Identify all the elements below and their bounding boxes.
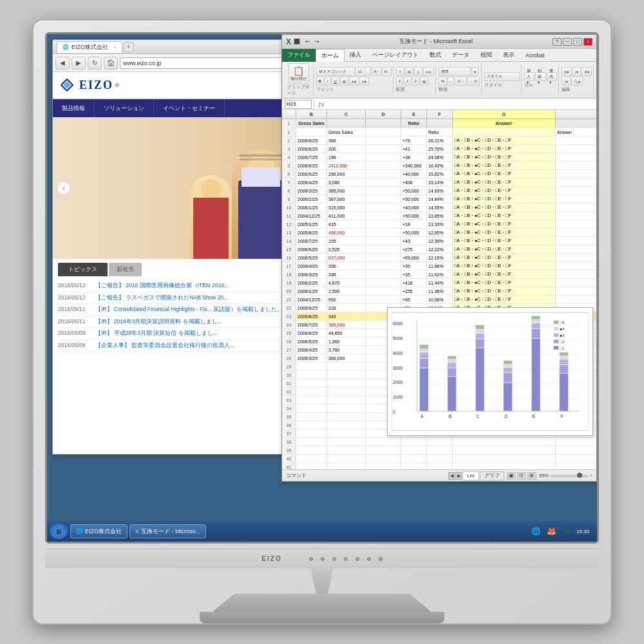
- cell[interactable]: +18: [401, 220, 427, 228]
- ribbon-tab-layout[interactable]: ページレイアウト: [367, 49, 424, 61]
- cell[interactable]: 2,500: [327, 287, 366, 295]
- cell[interactable]: Ratio: [427, 128, 453, 136]
- cell[interactable]: 385,000: [327, 321, 366, 328]
- sum-button[interactable]: Σ▾: [562, 67, 571, 76]
- cell[interactable]: +69,000: [401, 254, 427, 261]
- cell[interactable]: [327, 446, 366, 454]
- news-link-2[interactable]: 【ご報告】 ラスベガスで開催されたNAB Show 20...: [95, 294, 228, 303]
- taskbar-browser-btn[interactable]: 🌐EIZO株式会社: [70, 524, 128, 538]
- border-button[interactable]: ⊞: [340, 77, 348, 86]
- cell[interactable]: [366, 195, 401, 203]
- cell[interactable]: □A・□B・●C・□D・□E・□F: [453, 162, 556, 169]
- cell[interactable]: □A・□B・●C・□D・□E・□F: [453, 229, 556, 236]
- cell[interactable]: □A・□B・●C・□D・□E・□F: [453, 178, 556, 186]
- cell[interactable]: 3,780: [327, 346, 366, 354]
- cell[interactable]: 200: [327, 145, 366, 153]
- styles-button[interactable]: スタイル: [484, 72, 520, 81]
- prev-sheet-button[interactable]: ◀: [448, 472, 455, 480]
- start-button[interactable]: ⊞: [50, 524, 68, 539]
- cell[interactable]: [296, 388, 327, 395]
- align-middle-button[interactable]: ⊟: [405, 67, 413, 76]
- cell[interactable]: [366, 137, 401, 144]
- cell[interactable]: 2410,000: [327, 162, 366, 169]
- cell[interactable]: 155: [327, 237, 366, 245]
- cell[interactable]: 2006/1/25: [296, 287, 327, 295]
- help-button[interactable]: ?: [553, 38, 562, 46]
- news-link-3[interactable]: 【IR】 Consolidated Financial Highlights -…: [95, 305, 297, 314]
- forward-button[interactable]: ▶: [71, 57, 86, 70]
- cell[interactable]: □A・□B・●C・□D・□E・□F: [453, 195, 556, 203]
- cell[interactable]: Answer: [556, 128, 574, 136]
- cell[interactable]: [366, 237, 401, 245]
- cell[interactable]: [366, 279, 401, 287]
- cell[interactable]: [296, 446, 327, 454]
- hero-prev-arrow[interactable]: ‹: [57, 181, 71, 195]
- underline-button[interactable]: U: [332, 77, 339, 86]
- cell[interactable]: 385,000: [327, 187, 366, 194]
- ribbon-tab-insert[interactable]: 挿入: [345, 49, 367, 61]
- news-link-6[interactable]: 【企業人事】 監査等委員会設置会社移行後の役員人...: [95, 341, 234, 350]
- cell[interactable]: 2006/2/25: [296, 195, 327, 203]
- news-link-1[interactable]: 【ご報告】 2016 国際医用画像総合展（ITEM 2016...: [95, 281, 229, 290]
- excel-minimize-button[interactable]: ─: [563, 38, 572, 46]
- cell[interactable]: [296, 128, 327, 136]
- cell[interactable]: 2006/6/25: [296, 245, 327, 253]
- align-bottom-button[interactable]: ⊥: [414, 67, 422, 76]
- percent-button[interactable]: %: [439, 77, 447, 86]
- cell[interactable]: 2006/4/25: [296, 346, 327, 354]
- zoom-in-button[interactable]: +: [590, 473, 592, 478]
- cell[interactable]: □A・□B・●C・□D・□E・□F: [453, 212, 556, 220]
- monitor-button-3[interactable]: [332, 557, 336, 561]
- cell[interactable]: 2006/7/25: [296, 321, 327, 328]
- paste-button[interactable]: 📋 貼り付け: [289, 63, 309, 84]
- cell[interactable]: [296, 438, 327, 446]
- align-center-button[interactable]: ≡: [404, 77, 412, 86]
- font-grow-button[interactable]: A↑: [372, 67, 381, 76]
- cell[interactable]: 25.79%: [427, 145, 453, 153]
- cell[interactable]: [366, 128, 401, 136]
- cell[interactable]: [327, 371, 366, 379]
- fill-color-button[interactable]: A▾: [349, 77, 359, 86]
- cell[interactable]: [327, 413, 366, 421]
- taskbar-firefox-icon[interactable]: 🦊: [545, 525, 558, 538]
- news-link-5[interactable]: 【IR】 平成28年3月期 決算短信 を掲載しまし...: [95, 329, 218, 338]
- cell[interactable]: +35: [401, 262, 427, 270]
- cell-b1[interactable]: Gross Sales: [296, 119, 327, 128]
- cell[interactable]: 11.86%: [427, 262, 453, 270]
- sheet-tab-list[interactable]: List: [462, 471, 479, 480]
- page-break-button[interactable]: ⊞: [527, 472, 536, 480]
- cell[interactable]: 2006/7/25: [296, 153, 327, 161]
- cell[interactable]: 2006/4/25: [296, 178, 327, 186]
- font-color-button[interactable]: A▾: [359, 77, 369, 86]
- cell[interactable]: +95: [401, 296, 427, 303]
- cell[interactable]: [366, 455, 401, 462]
- cell[interactable]: +406: [401, 178, 427, 186]
- cell[interactable]: 14.84%: [427, 195, 453, 203]
- cell[interactable]: 24.06%: [427, 153, 453, 161]
- cell[interactable]: 11.36%: [427, 287, 453, 295]
- ribbon-tab-acrobat[interactable]: Acrobat: [520, 49, 550, 61]
- cell[interactable]: 44,650: [327, 329, 366, 337]
- monitor-button-5[interactable]: [355, 557, 359, 561]
- find-button[interactable]: 🔍▾: [571, 77, 583, 86]
- tab-topics[interactable]: トピックス: [58, 263, 108, 276]
- cell[interactable]: [366, 204, 401, 211]
- cell[interactable]: 2004/12/25: [296, 296, 327, 303]
- cell[interactable]: □A・□B・●C・□D・□E・□F: [453, 204, 556, 211]
- nav-products[interactable]: 製品情報: [53, 99, 95, 117]
- cell[interactable]: [366, 287, 401, 295]
- cell[interactable]: [327, 404, 366, 412]
- cell[interactable]: □A・□B・●C・□D・□E・□F: [453, 245, 556, 253]
- cell[interactable]: [327, 363, 366, 370]
- cell[interactable]: [327, 430, 366, 437]
- reload-button[interactable]: ↻: [88, 57, 102, 70]
- cell[interactable]: [366, 162, 401, 169]
- cell[interactable]: [327, 388, 366, 395]
- cell[interactable]: □A・□B・●C・□D・□E・□F: [453, 145, 556, 153]
- ribbon-tab-data[interactable]: データ: [447, 49, 475, 61]
- browser-tab[interactable]: 🌐 EIZO株式会社 ×: [57, 41, 122, 53]
- cell[interactable]: 11.44%: [427, 279, 453, 287]
- ribbon-tab-home[interactable]: ホーム: [316, 49, 345, 62]
- cell[interactable]: 2006/7/25: [296, 237, 327, 245]
- ribbon-tab-view[interactable]: 表示: [498, 49, 520, 61]
